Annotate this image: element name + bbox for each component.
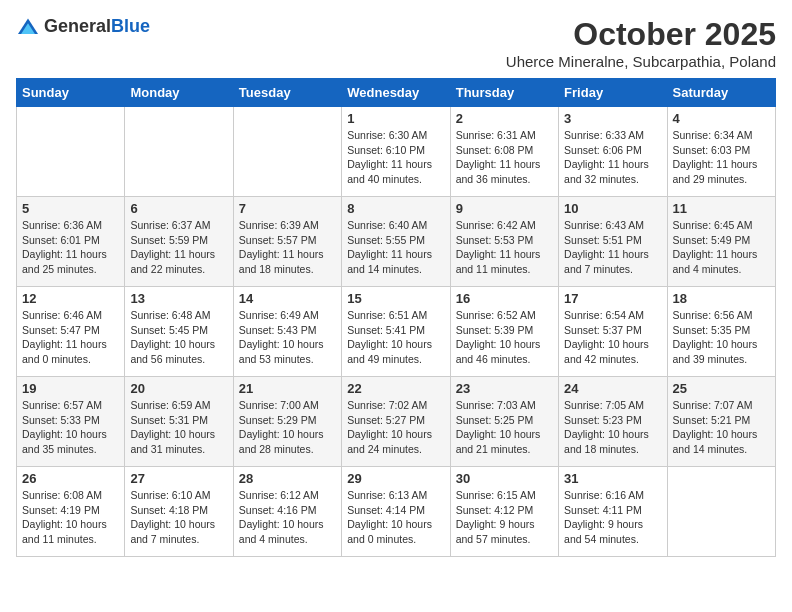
- day-info: Sunrise: 6:54 AM Sunset: 5:37 PM Dayligh…: [564, 308, 661, 367]
- day-info: Sunrise: 7:07 AM Sunset: 5:21 PM Dayligh…: [673, 398, 770, 457]
- day-header-saturday: Saturday: [667, 79, 775, 107]
- calendar-week-row: 12Sunrise: 6:46 AM Sunset: 5:47 PM Dayli…: [17, 287, 776, 377]
- calendar-cell: 7Sunrise: 6:39 AM Sunset: 5:57 PM Daylig…: [233, 197, 341, 287]
- day-info: Sunrise: 6:56 AM Sunset: 5:35 PM Dayligh…: [673, 308, 770, 367]
- day-info: Sunrise: 7:00 AM Sunset: 5:29 PM Dayligh…: [239, 398, 336, 457]
- calendar-subtitle: Uherce Mineralne, Subcarpathia, Poland: [506, 53, 776, 70]
- day-info: Sunrise: 6:36 AM Sunset: 6:01 PM Dayligh…: [22, 218, 119, 277]
- day-number: 23: [456, 381, 553, 396]
- day-info: Sunrise: 6:37 AM Sunset: 5:59 PM Dayligh…: [130, 218, 227, 277]
- day-number: 6: [130, 201, 227, 216]
- calendar-cell: [667, 467, 775, 557]
- calendar-cell: 13Sunrise: 6:48 AM Sunset: 5:45 PM Dayli…: [125, 287, 233, 377]
- day-info: Sunrise: 6:08 AM Sunset: 4:19 PM Dayligh…: [22, 488, 119, 547]
- day-info: Sunrise: 6:46 AM Sunset: 5:47 PM Dayligh…: [22, 308, 119, 367]
- day-number: 9: [456, 201, 553, 216]
- calendar-cell: 30Sunrise: 6:15 AM Sunset: 4:12 PM Dayli…: [450, 467, 558, 557]
- calendar-cell: 11Sunrise: 6:45 AM Sunset: 5:49 PM Dayli…: [667, 197, 775, 287]
- calendar-cell: [233, 107, 341, 197]
- day-number: 11: [673, 201, 770, 216]
- calendar-cell: 2Sunrise: 6:31 AM Sunset: 6:08 PM Daylig…: [450, 107, 558, 197]
- day-number: 1: [347, 111, 444, 126]
- day-number: 16: [456, 291, 553, 306]
- calendar-cell: 17Sunrise: 6:54 AM Sunset: 5:37 PM Dayli…: [559, 287, 667, 377]
- day-number: 12: [22, 291, 119, 306]
- calendar-week-row: 1Sunrise: 6:30 AM Sunset: 6:10 PM Daylig…: [17, 107, 776, 197]
- day-number: 29: [347, 471, 444, 486]
- day-header-monday: Monday: [125, 79, 233, 107]
- day-info: Sunrise: 6:51 AM Sunset: 5:41 PM Dayligh…: [347, 308, 444, 367]
- title-area: October 2025 Uherce Mineralne, Subcarpat…: [506, 16, 776, 70]
- day-number: 21: [239, 381, 336, 396]
- day-number: 27: [130, 471, 227, 486]
- calendar-cell: 9Sunrise: 6:42 AM Sunset: 5:53 PM Daylig…: [450, 197, 558, 287]
- day-info: Sunrise: 6:42 AM Sunset: 5:53 PM Dayligh…: [456, 218, 553, 277]
- day-info: Sunrise: 6:57 AM Sunset: 5:33 PM Dayligh…: [22, 398, 119, 457]
- logo: GeneralBlue: [16, 16, 150, 37]
- calendar-cell: 31Sunrise: 6:16 AM Sunset: 4:11 PM Dayli…: [559, 467, 667, 557]
- calendar-cell: 24Sunrise: 7:05 AM Sunset: 5:23 PM Dayli…: [559, 377, 667, 467]
- calendar-cell: 29Sunrise: 6:13 AM Sunset: 4:14 PM Dayli…: [342, 467, 450, 557]
- day-info: Sunrise: 6:48 AM Sunset: 5:45 PM Dayligh…: [130, 308, 227, 367]
- day-info: Sunrise: 6:15 AM Sunset: 4:12 PM Dayligh…: [456, 488, 553, 547]
- day-number: 17: [564, 291, 661, 306]
- day-number: 22: [347, 381, 444, 396]
- calendar-cell: 1Sunrise: 6:30 AM Sunset: 6:10 PM Daylig…: [342, 107, 450, 197]
- calendar-header-row: SundayMondayTuesdayWednesdayThursdayFrid…: [17, 79, 776, 107]
- day-info: Sunrise: 6:34 AM Sunset: 6:03 PM Dayligh…: [673, 128, 770, 187]
- calendar-cell: 10Sunrise: 6:43 AM Sunset: 5:51 PM Dayli…: [559, 197, 667, 287]
- calendar-cell: 27Sunrise: 6:10 AM Sunset: 4:18 PM Dayli…: [125, 467, 233, 557]
- day-info: Sunrise: 6:59 AM Sunset: 5:31 PM Dayligh…: [130, 398, 227, 457]
- day-number: 31: [564, 471, 661, 486]
- day-info: Sunrise: 6:49 AM Sunset: 5:43 PM Dayligh…: [239, 308, 336, 367]
- calendar-cell: 20Sunrise: 6:59 AM Sunset: 5:31 PM Dayli…: [125, 377, 233, 467]
- calendar-cell: 19Sunrise: 6:57 AM Sunset: 5:33 PM Dayli…: [17, 377, 125, 467]
- day-number: 20: [130, 381, 227, 396]
- day-info: Sunrise: 6:16 AM Sunset: 4:11 PM Dayligh…: [564, 488, 661, 547]
- calendar-cell: 23Sunrise: 7:03 AM Sunset: 5:25 PM Dayli…: [450, 377, 558, 467]
- day-info: Sunrise: 7:05 AM Sunset: 5:23 PM Dayligh…: [564, 398, 661, 457]
- calendar-cell: 22Sunrise: 7:02 AM Sunset: 5:27 PM Dayli…: [342, 377, 450, 467]
- day-info: Sunrise: 7:03 AM Sunset: 5:25 PM Dayligh…: [456, 398, 553, 457]
- day-info: Sunrise: 6:10 AM Sunset: 4:18 PM Dayligh…: [130, 488, 227, 547]
- day-header-wednesday: Wednesday: [342, 79, 450, 107]
- day-info: Sunrise: 6:40 AM Sunset: 5:55 PM Dayligh…: [347, 218, 444, 277]
- calendar-cell: 4Sunrise: 6:34 AM Sunset: 6:03 PM Daylig…: [667, 107, 775, 197]
- day-number: 18: [673, 291, 770, 306]
- day-number: 5: [22, 201, 119, 216]
- logo-icon: [16, 17, 40, 37]
- day-info: Sunrise: 6:33 AM Sunset: 6:06 PM Dayligh…: [564, 128, 661, 187]
- day-info: Sunrise: 6:12 AM Sunset: 4:16 PM Dayligh…: [239, 488, 336, 547]
- calendar-cell: 21Sunrise: 7:00 AM Sunset: 5:29 PM Dayli…: [233, 377, 341, 467]
- day-number: 13: [130, 291, 227, 306]
- calendar-cell: 14Sunrise: 6:49 AM Sunset: 5:43 PM Dayli…: [233, 287, 341, 377]
- day-info: Sunrise: 6:39 AM Sunset: 5:57 PM Dayligh…: [239, 218, 336, 277]
- day-header-thursday: Thursday: [450, 79, 558, 107]
- day-info: Sunrise: 6:52 AM Sunset: 5:39 PM Dayligh…: [456, 308, 553, 367]
- header: GeneralBlue October 2025 Uherce Mineraln…: [16, 16, 776, 70]
- calendar-cell: 18Sunrise: 6:56 AM Sunset: 5:35 PM Dayli…: [667, 287, 775, 377]
- calendar-cell: 6Sunrise: 6:37 AM Sunset: 5:59 PM Daylig…: [125, 197, 233, 287]
- day-header-sunday: Sunday: [17, 79, 125, 107]
- day-number: 4: [673, 111, 770, 126]
- day-number: 28: [239, 471, 336, 486]
- calendar-cell: 3Sunrise: 6:33 AM Sunset: 6:06 PM Daylig…: [559, 107, 667, 197]
- day-number: 19: [22, 381, 119, 396]
- calendar-cell: 28Sunrise: 6:12 AM Sunset: 4:16 PM Dayli…: [233, 467, 341, 557]
- logo-general: General: [44, 16, 111, 36]
- calendar-cell: 25Sunrise: 7:07 AM Sunset: 5:21 PM Dayli…: [667, 377, 775, 467]
- day-number: 24: [564, 381, 661, 396]
- calendar-title: October 2025: [506, 16, 776, 53]
- calendar-cell: 16Sunrise: 6:52 AM Sunset: 5:39 PM Dayli…: [450, 287, 558, 377]
- day-info: Sunrise: 6:45 AM Sunset: 5:49 PM Dayligh…: [673, 218, 770, 277]
- day-number: 10: [564, 201, 661, 216]
- day-number: 25: [673, 381, 770, 396]
- day-number: 8: [347, 201, 444, 216]
- calendar-week-row: 26Sunrise: 6:08 AM Sunset: 4:19 PM Dayli…: [17, 467, 776, 557]
- calendar-week-row: 19Sunrise: 6:57 AM Sunset: 5:33 PM Dayli…: [17, 377, 776, 467]
- day-number: 26: [22, 471, 119, 486]
- logo-blue: Blue: [111, 16, 150, 36]
- day-info: Sunrise: 6:30 AM Sunset: 6:10 PM Dayligh…: [347, 128, 444, 187]
- calendar-cell: 5Sunrise: 6:36 AM Sunset: 6:01 PM Daylig…: [17, 197, 125, 287]
- day-number: 2: [456, 111, 553, 126]
